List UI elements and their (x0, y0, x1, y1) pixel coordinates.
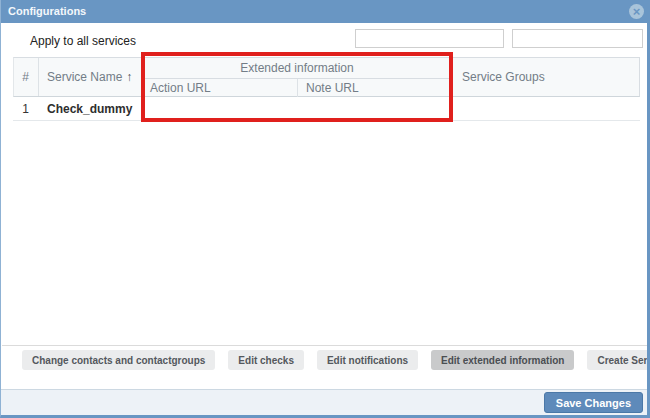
apply-all-input-2[interactable] (512, 29, 643, 48)
column-group-extended-information: Extended information (141, 57, 453, 79)
create-service-groups-button[interactable]: Create Service Groups (587, 350, 650, 370)
close-icon[interactable]: × (629, 4, 644, 19)
column-header-index[interactable]: # (13, 57, 38, 97)
extended-information-label: Extended information (240, 61, 353, 75)
column-header-action-url[interactable]: Action URL (150, 79, 211, 97)
dialog-title: Configurations (8, 5, 86, 17)
edit-extended-information-button[interactable]: Edit extended information (431, 350, 574, 370)
column-header-note-url[interactable]: Note URL (306, 79, 359, 97)
row-service-name-cell[interactable]: Check_dummy (47, 97, 132, 121)
header-divider (297, 79, 298, 97)
column-header-service-groups[interactable]: Service Groups (462, 57, 545, 97)
actions-divider (2, 345, 647, 346)
configurations-dialog: { "window": { "title": "Configurations",… (0, 0, 650, 418)
sort-ascending-icon[interactable]: ↑ (126, 70, 132, 84)
change-contacts-button[interactable]: Change contacts and contactgroups (22, 350, 215, 370)
edit-checks-button[interactable]: Edit checks (228, 350, 304, 370)
service-name-label: Service Name (47, 70, 122, 84)
header-divider (38, 58, 39, 96)
column-header-service-name[interactable]: Service Name ↑ (47, 57, 132, 97)
save-changes-button[interactable]: Save Changes (544, 392, 643, 413)
edit-notifications-button[interactable]: Edit notifications (317, 350, 418, 370)
apply-all-input-1[interactable] (355, 29, 504, 48)
dialog-titlebar: Configurations (0, 0, 650, 23)
action-button-row: Change contacts and contactgroups Edit c… (22, 350, 650, 370)
row-index-cell: 1 (13, 97, 38, 121)
apply-to-all-label: Apply to all services (30, 34, 136, 48)
